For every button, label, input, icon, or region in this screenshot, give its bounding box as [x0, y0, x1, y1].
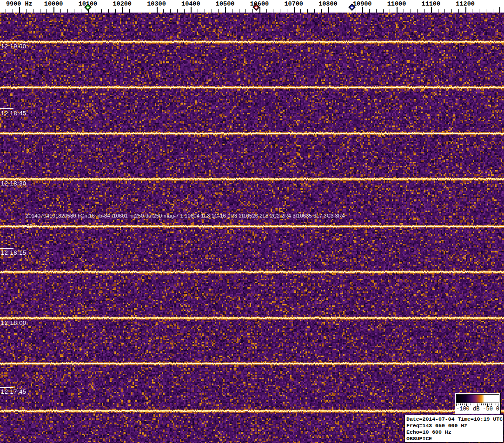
freq-label: 10900 [353, 0, 372, 7]
time-axis-tick [0, 108, 13, 109]
spectrogram-app: 9900 Hz100001010010200103001040010500106… [0, 0, 504, 443]
ruler-minor-tick [417, 9, 418, 13]
intensity-colorbar: -100 dB -50 0 [455, 393, 501, 414]
ruler-minor-tick [280, 9, 280, 13]
ruler-minor-tick [81, 9, 81, 13]
ruler-minor-tick [493, 9, 493, 13]
ruler-minor-tick [349, 9, 349, 13]
time-axis-tick [0, 387, 13, 388]
ruler-minor-tick [383, 9, 384, 13]
ruler-minor-tick [205, 9, 205, 13]
freq-label: 9900 Hz [6, 0, 33, 7]
colorbar-label-min: -100 dB [456, 406, 479, 412]
ruler-minor-tick [212, 9, 212, 13]
ruler-minor-tick [170, 9, 171, 13]
ruler-major-tick [191, 7, 192, 13]
freq-label: 11000 [387, 0, 406, 7]
ruler-minor-tick [472, 9, 472, 13]
ruler-minor-tick [163, 9, 164, 13]
ruler-major-tick [431, 7, 432, 13]
ruler-major-tick [499, 7, 500, 13]
ruler-minor-tick [451, 9, 452, 13]
ruler-minor-tick [245, 9, 246, 13]
colorbar-label-mid: -50 [483, 406, 493, 412]
marker-green-center-dot [86, 6, 89, 9]
time-axis-label: 12:19:00 [1, 43, 27, 50]
ruler-major-tick [225, 7, 226, 13]
time-axis-label: 12:17:45 [1, 388, 27, 395]
ruler-minor-tick [67, 9, 68, 13]
ruler-minor-tick [184, 9, 185, 13]
ruler-major-tick [362, 7, 363, 13]
event-time-tag: t=20 [22, 223, 33, 229]
ruler-minor-tick [314, 9, 315, 13]
ruler-minor-tick [424, 9, 424, 13]
meteor-event-annotation: 20140704101820580 hCnt16 nb-84 f10601 hi… [26, 213, 345, 218]
ruler-minor-tick [101, 9, 102, 13]
ruler-minor-tick [376, 9, 377, 13]
ruler-major-tick [157, 7, 158, 13]
freq-label: 10700 [284, 0, 303, 7]
freq-label: 10400 [181, 0, 200, 7]
ruler-minor-tick [438, 9, 438, 13]
info-line: Freq=143 050 000 Hz [406, 423, 503, 429]
ruler-major-tick [122, 7, 123, 13]
ruler-major-tick [19, 7, 20, 13]
ruler-minor-tick [232, 9, 232, 13]
time-axis-label: 12:18:45 [1, 110, 27, 117]
ruler-minor-tick [404, 9, 404, 13]
time-axis-label: 12:18:30 [1, 180, 27, 187]
ruler-major-tick [397, 7, 398, 13]
ruler-minor-tick [300, 9, 301, 13]
frequency-ruler: 9900 Hz100001010010200103001040010500106… [0, 0, 504, 13]
freq-label: 10800 [318, 0, 338, 7]
ruler-minor-tick [60, 9, 61, 13]
ruler-minor-tick [46, 9, 47, 13]
ruler-minor-tick [150, 9, 150, 13]
ruler-minor-tick [136, 9, 136, 13]
ruler-minor-tick [198, 9, 198, 13]
freq-label: 10500 [216, 0, 235, 7]
ruler-minor-tick [307, 9, 308, 13]
ruler-minor-tick [486, 9, 486, 13]
ruler-minor-tick [129, 9, 130, 13]
ruler-minor-tick [266, 9, 267, 13]
ruler-minor-tick [356, 9, 356, 13]
ruler-minor-tick [177, 9, 178, 13]
ruler-minor-tick [411, 9, 411, 13]
ruler-minor-tick [143, 9, 143, 13]
ruler-minor-tick [74, 9, 74, 13]
freq-label: 11200 [456, 0, 475, 7]
ruler-minor-tick [40, 9, 40, 13]
ruler-minor-tick [13, 9, 13, 13]
ruler-major-tick [294, 7, 295, 13]
colorbar-label-max: 0 [496, 406, 499, 412]
ruler-major-tick [53, 7, 54, 13]
marker-red-center-dot [255, 6, 258, 9]
info-line: OBSUPICE [406, 436, 503, 442]
freq-label: 11100 [422, 0, 441, 7]
colorbar-labels: -100 dB -50 0 [456, 406, 499, 412]
ruler-minor-tick [6, 9, 6, 13]
freq-label: 10300 [147, 0, 166, 7]
ruler-major-tick [465, 7, 466, 13]
ruler-minor-tick [218, 9, 219, 13]
ruler-minor-tick [287, 9, 287, 13]
marker-blue-center-dot [351, 6, 353, 9]
ruler-minor-tick [95, 9, 95, 13]
ruler-minor-tick [26, 9, 27, 13]
time-axis-tick [0, 248, 13, 249]
observation-info-box: Date=2014-07-04 Time=10:19 UTCFreq=143 0… [405, 415, 504, 443]
ruler-minor-tick [458, 9, 459, 13]
ruler-minor-tick [108, 9, 109, 13]
ruler-minor-tick [369, 9, 370, 13]
time-axis-label: 12:18:15 [1, 249, 27, 256]
ruler-minor-tick [342, 9, 342, 13]
info-line: Date=2014-07-04 Time=10:19 UTC [406, 416, 503, 423]
freq-label: 10200 [113, 0, 132, 7]
ruler-minor-tick [252, 9, 253, 13]
ruler-minor-tick [239, 9, 239, 13]
ruler-minor-tick [335, 9, 335, 13]
colorbar-gradient [456, 394, 499, 403]
ruler-minor-tick [390, 9, 390, 13]
